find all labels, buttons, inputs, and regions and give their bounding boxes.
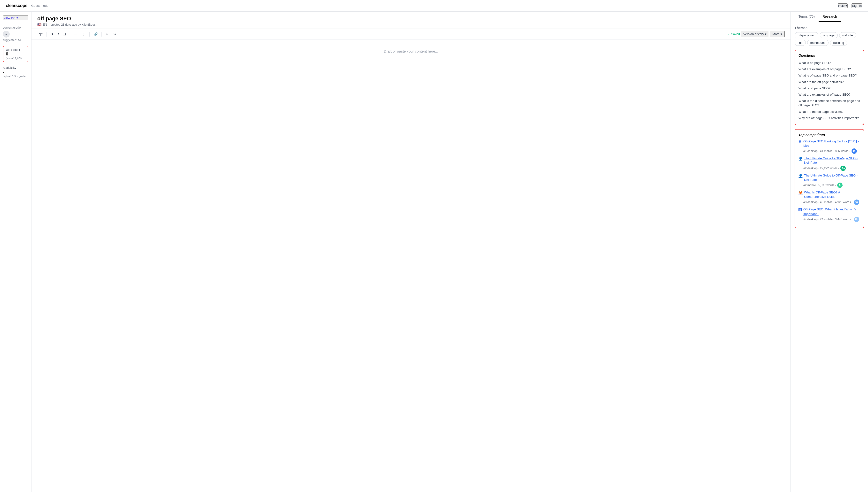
flag-icon: 🇺🇸: [37, 23, 42, 27]
left-sidebar: View tab ▾ content grade – suggested: A+…: [0, 11, 31, 492]
right-panel-content: Themes off-page seoon-pagewebsitelinktec…: [791, 22, 868, 492]
competitor-meta: #2 mobile · 5,337 words ·A-: [798, 182, 860, 188]
doc-meta-text: created 21 days ago by KlientBoost: [51, 23, 96, 26]
document-title: off-page SEO: [37, 16, 785, 22]
theme-tags: off-page seoon-pagewebsitelinktechniques…: [795, 32, 864, 46]
italic-button[interactable]: I: [56, 31, 61, 37]
competitor-link[interactable]: 🖥Off-Page SEO Ranking Factors [2021] - M…: [798, 139, 860, 148]
competitor-item: 🖥Off-Page SEO Ranking Factors [2021] - M…: [798, 139, 860, 154]
chevron-down-icon: ▾: [780, 32, 782, 36]
chevron-down-icon: ▾: [765, 32, 767, 36]
unordered-list-button[interactable]: ⋮: [80, 31, 88, 37]
paragraph-button[interactable]: ¶ ▾: [37, 31, 45, 37]
redo-button[interactable]: ↪: [112, 31, 118, 37]
doc-meta-separator: ·: [48, 23, 49, 26]
question-item: What is off-page SEO and on-page SEO?: [798, 72, 860, 79]
readability-value: -: [3, 71, 28, 74]
content-grade-section: content grade – suggested: A+: [3, 26, 28, 42]
ordered-list-button[interactable]: ☰: [72, 31, 79, 37]
content-grade-label: content grade: [3, 26, 28, 29]
toolbar: ¶ ▾ B I U ☰ ⋮ 🔗: [31, 29, 791, 40]
editor-header: off-page SEO 🇺🇸 EN · created 21 days ago…: [31, 11, 791, 29]
toolbar-divider-4: [101, 32, 102, 36]
grade-badge: B: [851, 148, 857, 154]
main-layout: View tab ▾ content grade – suggested: A+…: [0, 11, 868, 492]
suggested-grade: suggested: A+: [3, 39, 28, 42]
question-item: What are the off-page activities?: [798, 79, 860, 85]
question-item: What is the difference between on page a…: [798, 98, 860, 108]
competitor-meta: #3 desktop · #3 mobile · 4,925 words ·B+: [798, 199, 860, 205]
competitor-icon: 🖥: [798, 140, 802, 144]
questions-list: What is off-page SEO?What are examples o…: [798, 60, 860, 121]
version-history-button[interactable]: Version history ▾: [741, 31, 769, 37]
grade-badge: B+: [854, 199, 859, 205]
tab-research[interactable]: Research: [819, 11, 841, 22]
themes-label: Themes: [795, 26, 864, 30]
help-button[interactable]: Help ▾: [838, 3, 848, 8]
editor-placeholder: Draft or paste your content here...: [384, 49, 438, 53]
question-item: What is off-page SEO?: [798, 60, 860, 66]
competitor-link[interactable]: 🅱Off-Page SEO: What It Is and Why It's I…: [798, 207, 860, 216]
nav-left: clearscope Guest mode: [6, 3, 48, 8]
theme-tag[interactable]: techniques: [807, 40, 829, 46]
competitor-meta: #1 desktop · #1 mobile · 806 words ·B: [798, 148, 860, 154]
app-logo: clearscope: [6, 3, 27, 8]
undo-button[interactable]: ↩: [104, 31, 111, 37]
competitor-icon: 🦊: [798, 191, 803, 195]
bold-button[interactable]: B: [49, 31, 55, 37]
competitor-link[interactable]: 🦊What Is Off-Page SEO? A Comprehensive G…: [798, 190, 860, 199]
readability-section: readability - typical: 8-9th grade: [3, 66, 28, 78]
competitors-list: 🖥Off-Page SEO Ranking Factors [2021] - M…: [798, 139, 860, 222]
word-count-label: word count: [6, 48, 25, 52]
competitor-item: 🅱Off-Page SEO: What It Is and Why It's I…: [798, 207, 860, 222]
question-item: What is off page SEO?: [798, 85, 860, 92]
sign-in-button[interactable]: Sign in: [851, 3, 862, 8]
word-count-value: 0: [6, 52, 25, 57]
competitor-item: 👤The Ultimate Guide to Off-Page SEO - Ne…: [798, 173, 860, 188]
competitor-item: 🦊What Is Off-Page SEO? A Comprehensive G…: [798, 190, 860, 205]
competitor-item: 👤The Ultimate Guide to Off-Page SEO - Ne…: [798, 156, 860, 171]
saved-status: ✓ Saved: [727, 32, 740, 36]
doc-meta: 🇺🇸 EN · created 21 days ago by KlientBoo…: [37, 23, 785, 27]
chevron-down-icon: ▾: [845, 4, 847, 7]
competitors-title: Top competitors: [798, 133, 860, 137]
link-button[interactable]: 🔗: [92, 31, 99, 37]
nav-right: Help ▾ Sign in: [838, 3, 863, 8]
editor-content[interactable]: Draft or paste your content here...: [31, 40, 791, 492]
question-item: Why are off-page SEO activities importan…: [798, 115, 860, 121]
competitor-meta: #4 desktop · #4 mobile · 3,440 words ·B-: [798, 217, 860, 222]
theme-tag[interactable]: link: [795, 40, 806, 46]
doc-locale: EN: [43, 23, 47, 26]
right-panel-tabs: Terms (75) Research: [791, 11, 868, 22]
guest-mode-label: Guest mode: [31, 4, 48, 7]
theme-tag[interactable]: building: [830, 40, 847, 46]
toolbar-divider-3: [89, 32, 90, 36]
grade-badge: A+: [840, 166, 846, 171]
competitor-link[interactable]: 👤The Ultimate Guide to Off-Page SEO - Ne…: [798, 173, 860, 182]
competitor-icon: 🅱: [798, 207, 802, 212]
readability-label: readability: [3, 66, 28, 70]
chevron-down-icon: ▾: [17, 16, 18, 20]
view-tab-button[interactable]: View tab ▾: [3, 16, 28, 20]
question-item: What are examples of off page SEO?: [798, 92, 860, 98]
top-nav: clearscope Guest mode Help ▾ Sign in: [0, 0, 868, 11]
theme-tag[interactable]: website: [839, 32, 856, 38]
right-panel: Terms (75) Research Themes off-page seoo…: [791, 11, 868, 492]
competitor-icon: 👤: [798, 156, 803, 161]
word-count-box: word count 0 typical: 2,900: [3, 46, 28, 62]
editor-area: off-page SEO 🇺🇸 EN · created 21 days ago…: [31, 11, 791, 492]
check-icon: ✓: [727, 32, 730, 36]
more-button[interactable]: More ▾: [770, 31, 785, 37]
theme-tag[interactable]: on-page: [820, 32, 838, 38]
grade-badge: B-: [854, 217, 859, 222]
questions-box: Questions What is off-page SEO?What are …: [795, 50, 864, 125]
competitor-meta: #2 desktop · 22,272 words ·A+: [798, 166, 860, 171]
tab-terms[interactable]: Terms (75): [795, 11, 819, 22]
toolbar-divider-2: [70, 32, 70, 36]
theme-tag[interactable]: off-page seo: [795, 32, 818, 38]
competitor-icon: 👤: [798, 174, 803, 178]
competitor-link[interactable]: 👤The Ultimate Guide to Off-Page SEO - Ne…: [798, 156, 860, 165]
questions-title: Questions: [798, 53, 860, 57]
underline-button[interactable]: U: [62, 31, 68, 37]
competitors-box: Top competitors 🖥Off-Page SEO Ranking Fa…: [795, 129, 864, 228]
